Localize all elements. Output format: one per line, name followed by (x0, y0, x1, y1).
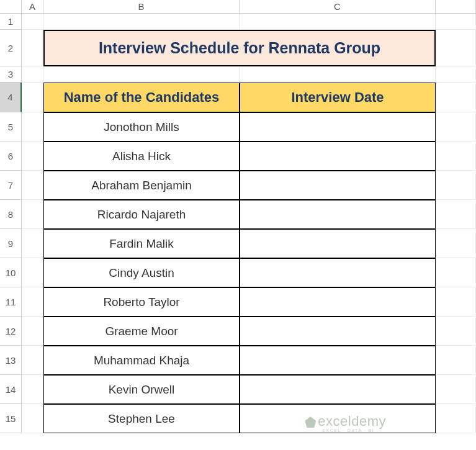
cell-a10[interactable] (22, 258, 43, 287)
col-header-a[interactable]: A (22, 0, 43, 14)
candidate-name-cell[interactable]: Kevin Orwell (43, 375, 240, 404)
col-header-c[interactable]: C (240, 0, 436, 14)
cell-a6[interactable] (22, 142, 43, 171)
cell-d1[interactable] (436, 14, 476, 30)
interview-date-cell[interactable] (240, 142, 436, 171)
row-header-12[interactable]: 12 (0, 317, 22, 346)
cell-d15[interactable] (436, 404, 476, 433)
candidate-name-cell[interactable]: Abraham Benjamin (43, 171, 240, 200)
cell-a8[interactable] (22, 200, 43, 229)
candidate-name-cell[interactable]: Jonothon Mills (43, 112, 240, 142)
row-header-15[interactable]: 15 (0, 404, 22, 433)
candidate-name-cell[interactable]: Stephen Lee (43, 404, 240, 433)
cell-c3[interactable] (240, 66, 436, 83)
row-header-10[interactable]: 10 (0, 258, 22, 287)
cell-b1[interactable] (43, 14, 240, 30)
row-header-2[interactable]: 2 (0, 30, 22, 66)
candidate-name-cell[interactable]: Roberto Taylor (43, 287, 240, 317)
interview-date-cell[interactable] (240, 171, 436, 200)
row-header-11[interactable]: 11 (0, 287, 22, 317)
cell-d13[interactable] (436, 346, 476, 375)
interview-date-cell[interactable] (240, 229, 436, 258)
col-header-b[interactable]: B (43, 0, 240, 14)
cell-d10[interactable] (436, 258, 476, 287)
cell-d9[interactable] (436, 229, 476, 258)
header-name[interactable]: Name of the Candidates (43, 83, 240, 112)
title-cell[interactable]: Interview Schedule for Rennata Group (43, 30, 436, 66)
cell-d5[interactable] (436, 112, 476, 142)
row-header-3[interactable]: 3 (0, 66, 22, 83)
interview-date-cell[interactable] (240, 317, 436, 346)
cell-d7[interactable] (436, 171, 476, 200)
cell-a2[interactable] (22, 30, 43, 66)
interview-date-cell[interactable] (240, 258, 436, 287)
cell-a13[interactable] (22, 346, 43, 375)
select-all-corner[interactable] (0, 0, 22, 14)
cell-a14[interactable] (22, 375, 43, 404)
row-header-7[interactable]: 7 (0, 171, 22, 200)
cell-a3[interactable] (22, 66, 43, 83)
row-header-8[interactable]: 8 (0, 200, 22, 229)
candidate-name-cell[interactable]: Ricardo Najareth (43, 200, 240, 229)
row-header-14[interactable]: 14 (0, 375, 22, 404)
candidate-name-cell[interactable]: Graeme Moor (43, 317, 240, 346)
candidate-name-cell[interactable]: Cindy Austin (43, 258, 240, 287)
cell-a11[interactable] (22, 287, 43, 317)
row-header-9[interactable]: 9 (0, 229, 22, 258)
candidate-name-cell[interactable]: Alisha Hick (43, 142, 240, 171)
cell-d2[interactable] (436, 30, 476, 66)
candidate-name-cell[interactable]: Fardin Malik (43, 229, 240, 258)
cell-d4[interactable] (436, 83, 476, 112)
cell-d3[interactable] (436, 66, 476, 83)
cell-d11[interactable] (436, 287, 476, 317)
cell-a9[interactable] (22, 229, 43, 258)
interview-date-cell[interactable] (240, 287, 436, 317)
row-header-6[interactable]: 6 (0, 142, 22, 171)
interview-date-cell[interactable] (240, 200, 436, 229)
cell-d12[interactable] (436, 317, 476, 346)
spreadsheet-grid[interactable]: A B C 1 2 Interview Schedule for Rennata… (0, 0, 476, 433)
header-date[interactable]: Interview Date (240, 83, 436, 112)
interview-date-cell[interactable] (240, 375, 436, 404)
cell-a12[interactable] (22, 317, 43, 346)
cell-d8[interactable] (436, 200, 476, 229)
col-header-blank[interactable] (436, 0, 476, 14)
row-header-4[interactable]: 4 (0, 83, 22, 112)
interview-date-cell[interactable] (240, 346, 436, 375)
interview-date-cell[interactable] (240, 404, 436, 433)
row-header-5[interactable]: 5 (0, 112, 22, 142)
interview-date-cell[interactable] (240, 112, 436, 142)
row-header-1[interactable]: 1 (0, 14, 22, 30)
cell-a5[interactable] (22, 112, 43, 142)
cell-a4[interactable] (22, 83, 43, 112)
cell-a7[interactable] (22, 171, 43, 200)
candidate-name-cell[interactable]: Muhammad Khaja (43, 346, 240, 375)
cell-c1[interactable] (240, 14, 436, 30)
row-header-13[interactable]: 13 (0, 346, 22, 375)
cell-d6[interactable] (436, 142, 476, 171)
cell-d14[interactable] (436, 375, 476, 404)
cell-b3[interactable] (43, 66, 240, 83)
cell-a15[interactable] (22, 404, 43, 433)
cell-a1[interactable] (22, 14, 43, 30)
